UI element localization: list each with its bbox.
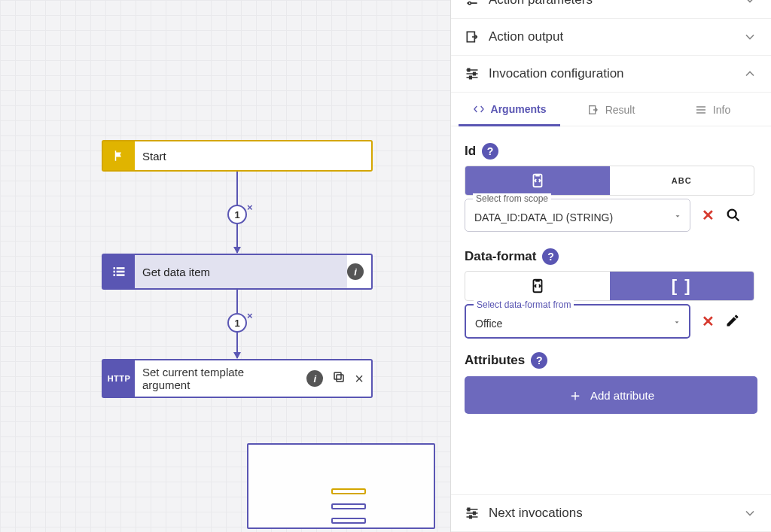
section-next-invocations[interactable]: Next invocations	[451, 494, 771, 532]
arguments-form: Id ? ABC Select from scope DATA_ID:DATA_…	[451, 126, 771, 494]
svg-rect-6	[337, 375, 343, 382]
copy-icon[interactable]	[332, 370, 346, 387]
node-get-data-label: Get data item	[135, 255, 347, 288]
node-start-label: Start	[135, 141, 371, 170]
export-icon	[465, 29, 480, 44]
edge-count-1[interactable]: 1	[227, 205, 247, 224]
help-icon[interactable]: ?	[531, 352, 547, 369]
svg-rect-12	[474, 72, 476, 74]
scope-float-label: Select from scope	[473, 193, 551, 204]
http-badge: HTTP	[103, 360, 135, 397]
list-icon	[103, 255, 135, 288]
sliders-icon	[465, 0, 480, 8]
svg-point-9	[468, 2, 471, 5]
workflow-canvas[interactable]: Start 1 × Get data item i 1 × HTTP Set c…	[0, 0, 450, 532]
close-icon[interactable]: ×	[355, 370, 364, 388]
search-icon[interactable]	[725, 207, 742, 223]
svg-point-16	[728, 210, 736, 218]
svg-rect-20	[470, 515, 472, 518]
edit-icon[interactable]	[725, 313, 742, 330]
section-action-output[interactable]: Action output	[451, 19, 771, 56]
svg-rect-13	[470, 76, 472, 78]
attributes-label: Attributes	[465, 353, 525, 368]
svg-rect-2	[114, 271, 116, 273]
tune-icon	[465, 66, 480, 81]
chevron-down-icon	[742, 506, 757, 521]
plus-icon: ＋	[568, 385, 583, 406]
svg-rect-11	[468, 68, 470, 71]
dataformat-float-label: Select data-format from	[474, 299, 574, 310]
section-label: Action parameters	[489, 0, 593, 8]
info-icon[interactable]: i	[347, 263, 364, 280]
chevron-up-icon	[742, 66, 757, 81]
caret-down-icon	[672, 318, 681, 327]
section-invocation-config[interactable]: Invocation configuration	[451, 56, 771, 93]
dataformat-mode-array[interactable]: [ ]	[610, 272, 754, 300]
section-action-parameters[interactable]: Action parameters	[451, 0, 771, 19]
svg-rect-0	[114, 267, 116, 269]
chevron-down-icon	[742, 0, 757, 8]
edge-remove-1[interactable]: ×	[247, 202, 253, 213]
help-icon[interactable]: ?	[482, 143, 498, 160]
clear-dataformat-icon[interactable]: ✕	[699, 313, 716, 330]
caret-down-icon	[673, 211, 682, 220]
svg-rect-5	[117, 274, 125, 276]
node-start[interactable]: Start	[102, 140, 373, 172]
svg-rect-1	[117, 267, 125, 269]
dataformat-label: Data-format	[465, 249, 536, 264]
section-label: Invocation configuration	[489, 66, 624, 81]
node-get-data-item[interactable]: Get data item i	[102, 254, 373, 290]
tab-result[interactable]: Result	[560, 93, 662, 126]
id-label: Id	[465, 144, 476, 159]
edge-count-2[interactable]: 1	[227, 313, 247, 333]
help-icon[interactable]: ?	[542, 248, 559, 265]
id-mode-code[interactable]	[465, 166, 610, 195]
properties-panel: Action parameters Action output Invocati…	[450, 0, 771, 532]
svg-rect-3	[117, 271, 125, 273]
scope-value: DATA_ID:DATA_ID (STRING)	[474, 211, 613, 223]
add-attribute-button[interactable]: ＋ Add attribute	[465, 376, 757, 414]
id-mode-toggle: ABC	[465, 166, 754, 196]
id-scope-select[interactable]: Select from scope DATA_ID:DATA_ID (STRIN…	[465, 199, 690, 232]
info-icon[interactable]: i	[306, 370, 323, 387]
flag-icon	[103, 141, 135, 170]
svg-rect-19	[474, 512, 476, 514]
clear-id-icon[interactable]: ✕	[699, 207, 716, 223]
node-setarg-label-2: argument	[142, 378, 190, 391]
minimap[interactable]	[247, 443, 435, 529]
tab-arguments[interactable]: Arguments	[459, 93, 560, 126]
dataformat-select[interactable]: Select data-format from Office	[465, 304, 690, 339]
node-set-template-arg[interactable]: HTTP Set current template argument i ×	[102, 359, 373, 398]
node-setarg-label-1: Set current template	[142, 366, 244, 378]
tab-info[interactable]: Info	[662, 93, 763, 126]
svg-rect-18	[468, 508, 470, 510]
dataformat-mode-code[interactable]	[465, 272, 610, 300]
dataformat-mode-toggle: [ ]	[465, 271, 754, 301]
dataformat-value: Office	[475, 318, 502, 330]
edge-remove-2[interactable]: ×	[247, 310, 253, 321]
section-label: Next invocations	[489, 506, 583, 521]
invocation-tabs: Arguments Result Info	[451, 93, 771, 126]
svg-rect-4	[114, 274, 116, 276]
chevron-down-icon	[742, 29, 757, 44]
section-label: Action output	[489, 29, 563, 44]
svg-rect-7	[334, 372, 341, 379]
id-mode-abc[interactable]: ABC	[610, 166, 754, 195]
tune-icon	[465, 506, 480, 521]
